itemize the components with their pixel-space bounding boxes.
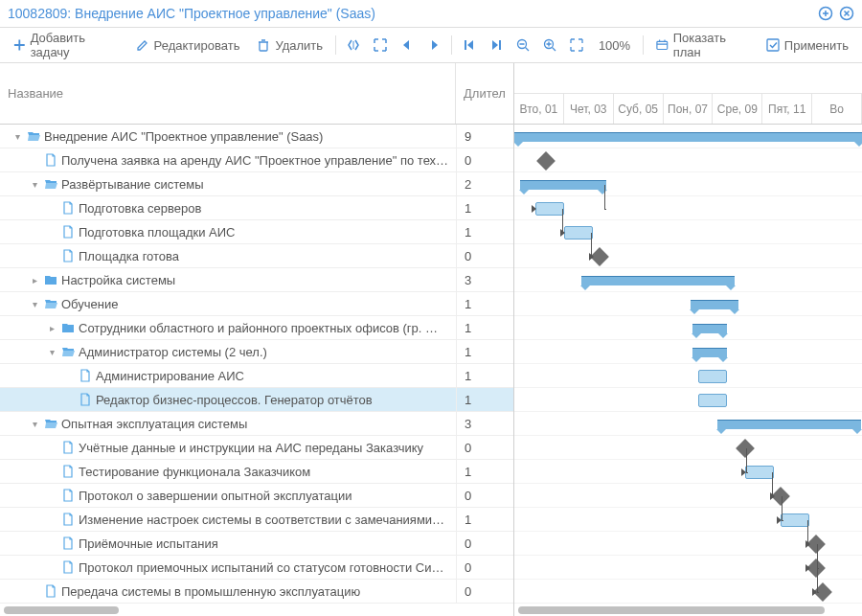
- gantt-summary-bar[interactable]: [581, 276, 735, 285]
- expand-columns-button[interactable]: [368, 34, 393, 57]
- gantt-row: [514, 412, 862, 436]
- gantt-summary-bar[interactable]: [692, 324, 727, 333]
- leaf-icon: [61, 489, 75, 502]
- task-name-label: Получена заявка на аренду АИС "Проектное…: [61, 153, 448, 168]
- gantt-row: [514, 580, 862, 604]
- table-row[interactable]: ▸Настройка системы3: [0, 268, 513, 292]
- gantt-task-bar[interactable]: [698, 370, 727, 383]
- table-row[interactable]: Площадка готова0: [0, 244, 513, 268]
- goto-end-button[interactable]: [484, 34, 509, 57]
- table-row[interactable]: Изменение настроек системы в соответстви…: [0, 508, 513, 532]
- task-name-label: Сотрудники областного и районного проект…: [79, 321, 438, 335]
- leaf-icon: [61, 249, 75, 262]
- apply-button[interactable]: Применить: [759, 34, 856, 57]
- leaf-icon: [61, 536, 75, 550]
- duration-cell: 1: [456, 364, 513, 387]
- task-name-label: Редактор бизнес-процессов. Генератор отч…: [96, 393, 373, 407]
- gantt-summary-bar[interactable]: [691, 300, 738, 309]
- tree-expander[interactable]: ▾: [29, 418, 40, 429]
- show-plan-button[interactable]: Показать план: [648, 26, 757, 64]
- folder-open-icon: [44, 177, 57, 191]
- edit-button[interactable]: Редактировать: [128, 34, 248, 57]
- gantt-row: [514, 484, 862, 508]
- gantt-summary-bar[interactable]: [514, 132, 862, 142]
- table-row[interactable]: Администрирование АИС1: [0, 364, 513, 388]
- grid-scrollbar[interactable]: [4, 606, 119, 614]
- folder-icon: [44, 273, 57, 286]
- folder-open-icon: [44, 417, 57, 430]
- duration-cell: 1: [456, 508, 513, 531]
- column-header-duration[interactable]: Длител: [456, 63, 513, 124]
- gantt-body[interactable]: [514, 125, 862, 606]
- table-row[interactable]: Подготовка серверов1: [0, 196, 513, 220]
- table-row[interactable]: Протокол приемочных испытаний со статусо…: [0, 556, 513, 580]
- leaf-icon: [61, 201, 75, 215]
- gantt-row: [514, 220, 862, 244]
- toolbar-separator: [451, 35, 452, 55]
- gantt-milestone[interactable]: [536, 151, 556, 171]
- arrow-left-button[interactable]: [395, 34, 420, 57]
- gantt-scrollbar[interactable]: [518, 606, 825, 614]
- tree-expander[interactable]: ▾: [46, 346, 57, 357]
- tree-expander[interactable]: ▸: [46, 322, 57, 333]
- duration-cell: 2: [456, 172, 513, 195]
- edit-label: Редактировать: [154, 38, 240, 53]
- column-header-name[interactable]: Название: [0, 63, 456, 124]
- tree-expander[interactable]: ▸: [29, 274, 40, 285]
- duration-cell: 1: [456, 292, 513, 315]
- task-name-label: Настройка системы: [61, 273, 175, 287]
- arrow-right-button[interactable]: [421, 34, 446, 57]
- toolbar: Добавить задачу Редактировать Удалить 10…: [0, 27, 862, 63]
- goto-start-button[interactable]: [457, 34, 482, 57]
- gantt-task-bar[interactable]: [535, 202, 564, 216]
- gantt-task-bar[interactable]: [781, 513, 809, 527]
- add-task-label: Добавить задачу: [31, 31, 119, 59]
- table-row[interactable]: ▾Внедрение АИС "Проектное управление" (S…: [0, 125, 513, 148]
- maximize-icon[interactable]: [818, 6, 833, 21]
- duration-cell: 3: [456, 268, 513, 291]
- task-name-label: Администрирование АИС: [96, 369, 244, 383]
- table-row[interactable]: Редактор бизнес-процессов. Генератор отч…: [0, 388, 513, 412]
- gantt-task-bar[interactable]: [564, 226, 593, 240]
- table-row[interactable]: Передача системы в промышленную эксплуат…: [0, 580, 513, 604]
- leaf-icon: [61, 513, 75, 526]
- duration-cell: 0: [456, 436, 513, 459]
- gantt-row: [514, 508, 862, 532]
- gantt-summary-bar[interactable]: [692, 348, 727, 357]
- add-task-button[interactable]: Добавить задачу: [6, 26, 126, 64]
- gantt-summary-bar[interactable]: [717, 420, 861, 429]
- table-row[interactable]: Протокол о завершении опытной эксплуатац…: [0, 484, 513, 508]
- gantt-milestone[interactable]: [736, 439, 755, 458]
- gantt-summary-bar[interactable]: [520, 180, 606, 190]
- tree-expander[interactable]: ▾: [29, 178, 40, 190]
- table-row[interactable]: Приёмочные испытания0: [0, 532, 513, 556]
- table-row[interactable]: ▾Развёртывание системы2: [0, 172, 513, 196]
- table-row[interactable]: ▸Сотрудники областного и районного проек…: [0, 316, 513, 340]
- table-row[interactable]: Тестирование функционала Заказчиком1: [0, 460, 513, 484]
- tree-expander[interactable]: ▾: [11, 130, 23, 142]
- task-name-label: Обучение: [61, 297, 118, 311]
- gantt-task-bar[interactable]: [698, 394, 727, 407]
- task-name-label: Подготовка площадки АИС: [79, 225, 236, 240]
- delete-button[interactable]: Удалить: [249, 34, 330, 57]
- table-row[interactable]: ▾Администратор системы (2 чел.)1: [0, 340, 513, 364]
- gantt-task-bar[interactable]: [745, 466, 774, 479]
- task-name-label: Администратор системы (2 чел.): [79, 345, 267, 359]
- table-row[interactable]: Получена заявка на аренду АИС "Проектное…: [0, 148, 513, 172]
- timeline-day: Пон, 07: [664, 94, 714, 124]
- zoom-value[interactable]: 100%: [591, 34, 638, 57]
- collapse-columns-button[interactable]: [341, 34, 366, 57]
- duration-cell: 0: [456, 580, 513, 603]
- table-row[interactable]: Подготовка площадки АИС1: [0, 220, 513, 244]
- close-icon[interactable]: [839, 6, 854, 21]
- task-name-label: Опытная эксплуатация системы: [61, 417, 247, 431]
- timeline-day: Пят, 11: [762, 94, 812, 124]
- zoom-out-button[interactable]: [510, 34, 535, 57]
- table-row[interactable]: ▾Опытная эксплуатация системы3: [0, 412, 513, 436]
- zoom-in-button[interactable]: [537, 34, 562, 57]
- table-row[interactable]: Учётные данные и инструкции на АИС перед…: [0, 436, 513, 460]
- duration-cell: 0: [456, 532, 513, 555]
- tree-expander[interactable]: ▾: [29, 298, 40, 309]
- zoom-fit-button[interactable]: [564, 34, 589, 57]
- table-row[interactable]: ▾Обучение1: [0, 292, 513, 316]
